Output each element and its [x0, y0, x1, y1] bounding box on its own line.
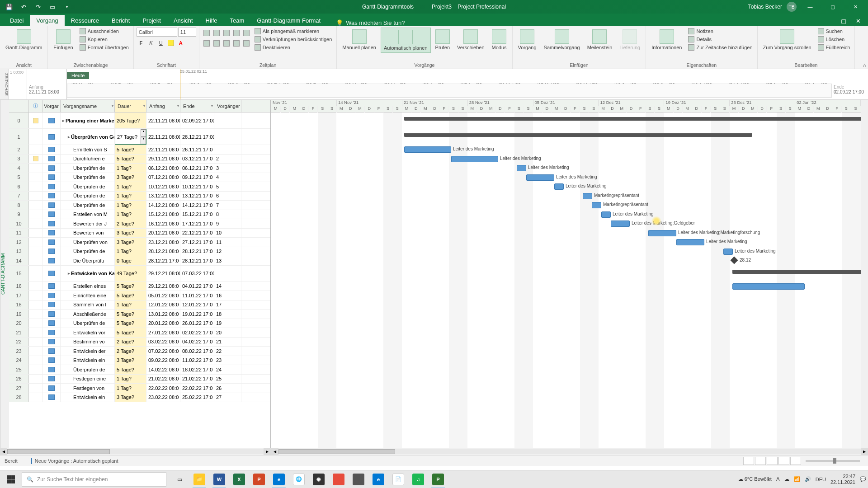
indent-button[interactable]	[212, 39, 221, 47]
cell[interactable]: 14.02.22 08:0	[146, 365, 180, 374]
excel-icon[interactable]: X	[230, 470, 249, 488]
details-button[interactable]: Details	[686, 36, 754, 43]
link-button[interactable]	[222, 39, 231, 47]
cut-button[interactable]: Ausschneiden	[78, 28, 131, 35]
table-row[interactable]: 11Bewerten von3 Tage?20.12.21 08:022.12.…	[9, 229, 270, 238]
cell[interactable]: 13.12.21 08:0	[146, 192, 180, 201]
cell[interactable]: 28.12.21 17:0	[180, 247, 214, 256]
cell[interactable]: 1 Tag?	[115, 164, 146, 173]
cell[interactable]	[214, 266, 241, 282]
cell[interactable]: 0	[9, 113, 29, 128]
cell[interactable]: 4	[214, 173, 241, 182]
cell[interactable]	[29, 192, 42, 201]
cell[interactable]	[214, 113, 241, 128]
tab-vorgang[interactable]: Vorgang	[30, 15, 64, 26]
table-row[interactable]: 14Die Überprüfu0 Tage28.12.21 17:028.12.…	[9, 256, 270, 266]
cell[interactable]: 23	[9, 347, 29, 356]
task-button[interactable]: Vorgang	[515, 28, 539, 52]
cell[interactable]: 12.01.22 17:0	[180, 300, 214, 310]
language-indicator[interactable]: DEU	[816, 477, 826, 482]
cell[interactable]: 10.12.21 08:0	[146, 182, 180, 191]
cell[interactable]: Überprüfen de	[61, 173, 115, 182]
cell[interactable]: 1 Tag?	[115, 300, 146, 310]
cell[interactable]: 2	[214, 155, 241, 164]
cell[interactable]: 10.12.21 17:0	[180, 182, 214, 191]
cell[interactable]: 18	[9, 300, 29, 310]
cell[interactable]: 16.12.21 08:0	[146, 219, 180, 228]
summary-bar[interactable]	[404, 133, 752, 137]
tab-format[interactable]: Gantt-Diagramm Format	[250, 15, 327, 26]
cell[interactable]	[42, 192, 61, 201]
cell[interactable]: 5 Tage?	[115, 155, 146, 164]
project-icon[interactable]: P	[429, 470, 448, 488]
table-row[interactable]: 12Überprüfen von3 Tage?23.12.21 08:027.1…	[9, 238, 270, 247]
cell[interactable]: 8	[9, 201, 29, 210]
task-view-icon[interactable]: ▭	[170, 470, 189, 488]
edge-icon[interactable]: e	[269, 470, 288, 488]
cell[interactable]: 14.12.21 08:0	[146, 201, 180, 210]
cell[interactable]: Durchführen e	[61, 155, 115, 164]
milestone-marker[interactable]	[731, 257, 738, 264]
cell[interactable]	[42, 384, 61, 393]
cell[interactable]	[42, 365, 61, 374]
cell[interactable]	[42, 129, 61, 145]
cell[interactable]: ▸Entwickeln von Kampagnenkonze	[61, 266, 115, 282]
cell[interactable]: 09.12.21 17:0	[180, 173, 214, 182]
cell[interactable]: 23.02.22 08:0	[146, 393, 180, 402]
cell[interactable]: 17	[9, 291, 29, 300]
table-row[interactable]: 3Durchführen e5 Tage?29.11.21 08:003.12.…	[9, 155, 270, 164]
table-row[interactable]: 5Überprüfen de3 Tage?07.12.21 08:009.12.…	[9, 173, 270, 183]
table-row[interactable]: 17Einrichten eine5 Tage?05.01.22 08:011.…	[9, 291, 270, 300]
cell[interactable]	[29, 375, 42, 384]
cell[interactable]: 28.12.21 17:00	[180, 129, 214, 145]
cell[interactable]	[29, 247, 42, 256]
cell[interactable]: 18.02.22 17:0	[180, 365, 214, 374]
col-header-id[interactable]	[9, 100, 29, 112]
cell[interactable]: 2 Tage?	[115, 219, 146, 228]
tell-me-search[interactable]: 💡 Was möchten Sie tun?	[336, 19, 405, 26]
cell[interactable]: 17	[214, 300, 241, 310]
table-row[interactable]: 1▸Überprüfen von Geschäftsstrategi27 Tag…	[9, 129, 270, 145]
cell[interactable]: 14.12.21 17:0	[180, 201, 214, 210]
col-header-indicator[interactable]: ⓘ	[29, 100, 42, 112]
cell[interactable]: 02.09.22 17:00	[180, 113, 214, 128]
cell[interactable]	[29, 210, 42, 219]
cell[interactable]: 17.12.21 17:0	[180, 219, 214, 228]
table-row[interactable]: 16Erstellen eines5 Tage?29.12.21 08:004.…	[9, 282, 270, 291]
cell[interactable]	[42, 113, 61, 128]
cell[interactable]: 1 Tag?	[115, 182, 146, 191]
cell[interactable]: Überprüfen de	[61, 164, 115, 173]
cell[interactable]: 22.11.21 08:00	[146, 113, 180, 128]
cell[interactable]: 1 Tag?	[115, 192, 146, 201]
cell[interactable]: 3 Tage?	[115, 238, 146, 247]
table-row[interactable]: 26Festlegen eine1 Tag?21.02.22 08:021.02…	[9, 375, 270, 384]
mark-ontrack-button[interactable]: Als plangemäß markieren	[253, 28, 334, 35]
underline-button[interactable]: U	[156, 39, 165, 47]
clear-button[interactable]: Löschen	[816, 36, 852, 43]
zoom-slider[interactable]	[806, 460, 860, 462]
cell[interactable]	[42, 247, 61, 256]
minimize-button[interactable]: —	[801, 0, 819, 14]
fill-color-button[interactable]	[166, 39, 175, 47]
cell[interactable]	[42, 310, 61, 319]
cell[interactable]: 21.02.22 17:0	[180, 375, 214, 384]
cell[interactable]: Überprüfen de	[61, 247, 115, 256]
cell[interactable]: 29.11.21 08:0	[146, 155, 180, 164]
cell[interactable]: 3	[214, 164, 241, 173]
cell[interactable]	[29, 266, 42, 282]
cell[interactable]: 14	[214, 282, 241, 291]
tab-ansicht[interactable]: Ansicht	[167, 15, 199, 26]
notepad-icon[interactable]: 📄	[389, 470, 408, 488]
cell[interactable]	[29, 155, 42, 164]
cell[interactable]: Entwickeln ein	[61, 356, 115, 365]
cell[interactable]: Abschließende	[61, 310, 115, 319]
cell[interactable]: 04.01.22 17:0	[180, 282, 214, 291]
summary-bar[interactable]	[732, 270, 861, 274]
col-header-name[interactable]: Vorgangsname▾	[61, 100, 115, 112]
cell[interactable]: 20	[214, 328, 241, 337]
manual-schedule-button[interactable]: Manuell planen	[340, 28, 379, 52]
cell[interactable]: 06.12.21 17:0	[180, 164, 214, 173]
summary-task-button[interactable]: Sammelvorgang	[541, 28, 583, 52]
table-row[interactable]: 19Abschließende5 Tage?13.01.22 08:019.01…	[9, 310, 270, 319]
cell[interactable]: Festlegen eine	[61, 375, 115, 384]
